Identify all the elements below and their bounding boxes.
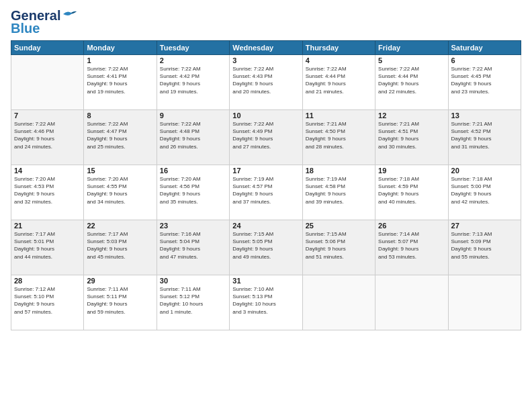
calendar-cell xyxy=(448,275,521,330)
calendar-cell: 24Sunrise: 7:15 AM Sunset: 5:05 PM Dayli… xyxy=(230,220,302,275)
calendar-cell: 29Sunrise: 7:11 AM Sunset: 5:11 PM Dayli… xyxy=(84,275,157,330)
weekday-header-friday: Friday xyxy=(375,41,448,55)
day-info: Sunrise: 7:15 AM Sunset: 5:05 PM Dayligh… xyxy=(232,230,299,261)
day-info: Sunrise: 7:22 AM Sunset: 4:45 PM Dayligh… xyxy=(451,65,518,95)
day-number: 12 xyxy=(378,111,445,120)
logo-blue: Blue xyxy=(11,21,40,36)
day-number: 17 xyxy=(232,167,299,175)
day-info: Sunrise: 7:20 AM Sunset: 4:53 PM Dayligh… xyxy=(14,175,81,205)
day-info: Sunrise: 7:20 AM Sunset: 4:55 PM Dayligh… xyxy=(87,175,153,205)
calendar-cell: 30Sunrise: 7:11 AM Sunset: 5:12 PM Dayli… xyxy=(157,275,229,330)
weekday-header-row: SundayMondayTuesdayWednesdayThursdayFrid… xyxy=(11,41,521,55)
day-number: 15 xyxy=(87,167,153,175)
calendar-cell: 14Sunrise: 7:20 AM Sunset: 4:53 PM Dayli… xyxy=(11,165,84,220)
day-number: 25 xyxy=(306,222,372,230)
day-info: Sunrise: 7:14 AM Sunset: 5:07 PM Dayligh… xyxy=(378,230,445,261)
week-row-5: 28Sunrise: 7:12 AM Sunset: 5:10 PM Dayli… xyxy=(11,275,521,330)
weekday-header-tuesday: Tuesday xyxy=(157,41,229,55)
day-info: Sunrise: 7:11 AM Sunset: 5:12 PM Dayligh… xyxy=(160,285,226,316)
week-row-1: 1Sunrise: 7:22 AM Sunset: 4:41 PM Daylig… xyxy=(11,55,521,110)
weekday-header-wednesday: Wednesday xyxy=(230,41,302,55)
calendar-cell: 11Sunrise: 7:21 AM Sunset: 4:50 PM Dayli… xyxy=(302,110,375,165)
calendar-cell: 22Sunrise: 7:17 AM Sunset: 5:03 PM Dayli… xyxy=(84,220,157,275)
day-number: 10 xyxy=(232,111,299,120)
weekday-header-monday: Monday xyxy=(84,41,157,55)
day-info: Sunrise: 7:22 AM Sunset: 4:47 PM Dayligh… xyxy=(87,120,153,150)
day-number: 11 xyxy=(306,111,372,120)
day-info: Sunrise: 7:19 AM Sunset: 4:58 PM Dayligh… xyxy=(306,175,372,205)
day-number: 1 xyxy=(87,56,153,64)
day-info: Sunrise: 7:22 AM Sunset: 4:43 PM Dayligh… xyxy=(232,65,299,95)
weekday-header-thursday: Thursday xyxy=(302,41,375,55)
week-row-3: 14Sunrise: 7:20 AM Sunset: 4:53 PM Dayli… xyxy=(11,165,521,220)
calendar-cell: 13Sunrise: 7:21 AM Sunset: 4:52 PM Dayli… xyxy=(448,110,521,165)
day-info: Sunrise: 7:19 AM Sunset: 4:57 PM Dayligh… xyxy=(232,175,299,205)
day-number: 13 xyxy=(451,111,518,120)
logo-bird-icon xyxy=(62,9,77,19)
calendar-cell: 26Sunrise: 7:14 AM Sunset: 5:07 PM Dayli… xyxy=(375,220,448,275)
day-info: Sunrise: 7:22 AM Sunset: 4:49 PM Dayligh… xyxy=(232,120,299,150)
day-number: 16 xyxy=(160,167,226,175)
calendar-cell: 4Sunrise: 7:22 AM Sunset: 4:44 PM Daylig… xyxy=(302,55,375,110)
day-number: 27 xyxy=(451,222,518,230)
day-number: 7 xyxy=(14,111,81,120)
day-number: 2 xyxy=(160,56,226,64)
day-number: 29 xyxy=(87,277,153,285)
weekday-header-saturday: Saturday xyxy=(448,41,521,55)
calendar-cell xyxy=(375,275,448,330)
day-number: 14 xyxy=(14,167,81,175)
day-number: 19 xyxy=(378,167,445,175)
day-number: 24 xyxy=(232,222,299,230)
day-number: 18 xyxy=(306,167,372,175)
calendar-page: General Blue SundayMondayTuesdayWednesda… xyxy=(0,0,532,411)
day-info: Sunrise: 7:17 AM Sunset: 5:03 PM Dayligh… xyxy=(87,230,153,261)
calendar-cell: 17Sunrise: 7:19 AM Sunset: 4:57 PM Dayli… xyxy=(230,165,302,220)
day-info: Sunrise: 7:16 AM Sunset: 5:04 PM Dayligh… xyxy=(160,230,226,261)
day-info: Sunrise: 7:13 AM Sunset: 5:09 PM Dayligh… xyxy=(451,230,518,261)
week-row-2: 7Sunrise: 7:22 AM Sunset: 4:46 PM Daylig… xyxy=(11,110,521,165)
day-info: Sunrise: 7:17 AM Sunset: 5:01 PM Dayligh… xyxy=(14,230,81,261)
day-number: 3 xyxy=(232,56,299,64)
calendar-cell: 31Sunrise: 7:10 AM Sunset: 5:13 PM Dayli… xyxy=(230,275,302,330)
calendar-cell: 6Sunrise: 7:22 AM Sunset: 4:45 PM Daylig… xyxy=(448,55,521,110)
header: General Blue xyxy=(11,8,521,36)
calendar-cell: 16Sunrise: 7:20 AM Sunset: 4:56 PM Dayli… xyxy=(157,165,229,220)
day-info: Sunrise: 7:18 AM Sunset: 4:59 PM Dayligh… xyxy=(378,175,445,205)
calendar-cell xyxy=(302,275,375,330)
day-info: Sunrise: 7:18 AM Sunset: 5:00 PM Dayligh… xyxy=(451,175,518,205)
day-number: 28 xyxy=(14,277,81,285)
day-number: 21 xyxy=(14,222,81,230)
calendar-cell: 10Sunrise: 7:22 AM Sunset: 4:49 PM Dayli… xyxy=(230,110,302,165)
calendar-cell: 8Sunrise: 7:22 AM Sunset: 4:47 PM Daylig… xyxy=(84,110,157,165)
day-info: Sunrise: 7:22 AM Sunset: 4:46 PM Dayligh… xyxy=(14,120,81,150)
day-number: 8 xyxy=(87,111,153,120)
calendar-cell: 28Sunrise: 7:12 AM Sunset: 5:10 PM Dayli… xyxy=(11,275,84,330)
calendar-cell: 25Sunrise: 7:15 AM Sunset: 5:06 PM Dayli… xyxy=(302,220,375,275)
calendar-cell: 21Sunrise: 7:17 AM Sunset: 5:01 PM Dayli… xyxy=(11,220,84,275)
day-info: Sunrise: 7:21 AM Sunset: 4:52 PM Dayligh… xyxy=(451,120,518,150)
day-info: Sunrise: 7:21 AM Sunset: 4:51 PM Dayligh… xyxy=(378,120,445,150)
calendar-cell: 15Sunrise: 7:20 AM Sunset: 4:55 PM Dayli… xyxy=(84,165,157,220)
day-info: Sunrise: 7:22 AM Sunset: 4:44 PM Dayligh… xyxy=(378,65,445,95)
day-number: 9 xyxy=(160,111,226,120)
day-info: Sunrise: 7:12 AM Sunset: 5:10 PM Dayligh… xyxy=(14,285,81,316)
week-row-4: 21Sunrise: 7:17 AM Sunset: 5:01 PM Dayli… xyxy=(11,220,521,275)
day-info: Sunrise: 7:22 AM Sunset: 4:44 PM Dayligh… xyxy=(306,65,372,95)
calendar-cell: 9Sunrise: 7:22 AM Sunset: 4:48 PM Daylig… xyxy=(157,110,229,165)
calendar-cell: 27Sunrise: 7:13 AM Sunset: 5:09 PM Dayli… xyxy=(448,220,521,275)
calendar-cell: 12Sunrise: 7:21 AM Sunset: 4:51 PM Dayli… xyxy=(375,110,448,165)
day-info: Sunrise: 7:22 AM Sunset: 4:41 PM Dayligh… xyxy=(87,65,153,95)
calendar-cell: 5Sunrise: 7:22 AM Sunset: 4:44 PM Daylig… xyxy=(375,55,448,110)
calendar-cell: 19Sunrise: 7:18 AM Sunset: 4:59 PM Dayli… xyxy=(375,165,448,220)
calendar-cell: 18Sunrise: 7:19 AM Sunset: 4:58 PM Dayli… xyxy=(302,165,375,220)
calendar-cell xyxy=(11,55,84,110)
day-number: 23 xyxy=(160,222,226,230)
day-info: Sunrise: 7:21 AM Sunset: 4:50 PM Dayligh… xyxy=(306,120,372,150)
day-info: Sunrise: 7:10 AM Sunset: 5:13 PM Dayligh… xyxy=(232,285,299,316)
day-number: 31 xyxy=(232,277,299,285)
day-number: 5 xyxy=(378,56,445,64)
calendar-cell: 1Sunrise: 7:22 AM Sunset: 4:41 PM Daylig… xyxy=(84,55,157,110)
logo: General Blue xyxy=(11,8,77,36)
day-number: 4 xyxy=(306,56,372,64)
calendar-cell: 2Sunrise: 7:22 AM Sunset: 4:42 PM Daylig… xyxy=(157,55,229,110)
